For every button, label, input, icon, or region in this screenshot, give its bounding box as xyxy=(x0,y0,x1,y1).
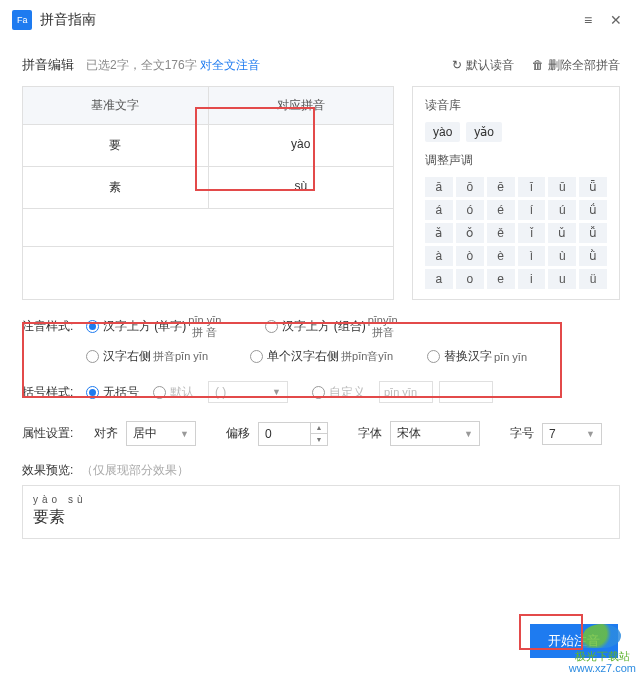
size-label: 字号 xyxy=(510,425,534,442)
tone-adjust-label: 调整声调 xyxy=(425,152,607,169)
default-reading-button[interactable]: ↻ 默认读音 xyxy=(452,57,514,74)
tone-cell[interactable]: ǐ xyxy=(518,223,546,243)
tone-cell[interactable]: ā xyxy=(425,177,453,197)
pinyin-cell[interactable]: sù xyxy=(209,167,394,208)
tone-cell[interactable]: ǎ xyxy=(425,223,453,243)
tone-cell[interactable]: á xyxy=(425,200,453,220)
annotation-style-row: 注音样式: 汉字上方 (单字) pīn yīn拼 音 汉字上方 (组合) pīn… xyxy=(22,314,620,338)
style-replace[interactable]: 替换汉字 pīn yīn xyxy=(427,348,527,365)
table-row[interactable]: 素 sù xyxy=(23,166,393,208)
bracket-default-select[interactable]: ( )▼ xyxy=(208,381,288,403)
radio-icon xyxy=(250,350,263,363)
menu-icon[interactable]: ≡ xyxy=(574,6,602,34)
tone-cell[interactable]: ü xyxy=(579,269,607,289)
tone-cell[interactable]: í xyxy=(518,200,546,220)
chevron-down-icon: ▼ xyxy=(464,429,473,439)
preview-pinyin: yào sù xyxy=(33,494,609,505)
tone-cell[interactable]: o xyxy=(456,269,484,289)
size-select[interactable]: 7▼ xyxy=(542,423,602,445)
pinyin-table: 基准文字 对应拼音 要 yào 素 sù xyxy=(22,86,394,300)
tone-cell[interactable]: ī xyxy=(518,177,546,197)
offset-input[interactable]: 0 ▲▼ xyxy=(258,422,328,446)
tone-cell[interactable]: ǒ xyxy=(456,223,484,243)
selection-status: 已选2字，全文176字 对全文注音 xyxy=(86,57,260,74)
pinyin-cell[interactable]: yào xyxy=(209,125,394,166)
bracket-style-row: 括号样式: 无括号 默认 ( )▼ 自定义 pīn yīn xyxy=(22,381,620,403)
reading-panel: 读音库 yào yǎo 调整声调 āōēīūǖ áóéíúǘ ǎǒěǐǔǚ àò… xyxy=(412,86,620,300)
annotation-style-row2: 汉字右侧 拼音pīn yīn 单个汉字右侧 拼pīn音yīn 替换汉字 pīn … xyxy=(86,348,620,365)
tone-cell[interactable]: ǔ xyxy=(548,223,576,243)
tone-cell[interactable]: ǖ xyxy=(579,177,607,197)
style-single-right[interactable]: 单个汉字右侧 拼pīn音yīn xyxy=(250,348,393,365)
reading-lib-label: 读音库 xyxy=(425,97,607,114)
tone-cell[interactable]: i xyxy=(518,269,546,289)
tone-cell[interactable]: ō xyxy=(456,177,484,197)
align-select[interactable]: 居中▼ xyxy=(126,421,196,446)
base-char-cell: 要 xyxy=(23,125,209,166)
tone-cell[interactable]: ó xyxy=(456,200,484,220)
col-header-pinyin: 对应拼音 xyxy=(209,87,394,124)
tone-cell[interactable]: ǚ xyxy=(579,223,607,243)
close-icon[interactable]: ✕ xyxy=(602,6,630,34)
tone-cell[interactable]: ě xyxy=(487,223,515,243)
empty-row xyxy=(23,208,393,246)
col-header-base: 基准文字 xyxy=(23,87,209,124)
refresh-icon: ↻ xyxy=(452,58,462,72)
preview-note: （仅展现部分效果） xyxy=(81,462,189,479)
tone-cell[interactable]: ì xyxy=(518,246,546,266)
start-annotation-button[interactable]: 开始注音 xyxy=(530,624,618,658)
tone-cell[interactable]: è xyxy=(487,246,515,266)
radio-icon xyxy=(153,386,166,399)
spinner-up-icon[interactable]: ▲ xyxy=(311,422,327,434)
spinner-down-icon[interactable]: ▼ xyxy=(311,434,327,446)
window-title: 拼音指南 xyxy=(40,11,574,29)
props-label: 属性设置: xyxy=(22,425,86,442)
empty-row xyxy=(23,246,393,284)
style-label: 注音样式: xyxy=(22,318,86,335)
offset-label: 偏移 xyxy=(226,425,250,442)
tone-cell[interactable]: ǘ xyxy=(579,200,607,220)
tone-cell[interactable]: ú xyxy=(548,200,576,220)
radio-icon xyxy=(312,386,325,399)
radio-icon xyxy=(86,350,99,363)
font-select[interactable]: 宋体▼ xyxy=(390,421,480,446)
tone-cell[interactable]: ù xyxy=(548,246,576,266)
tone-cell[interactable]: ò xyxy=(456,246,484,266)
style-right[interactable]: 汉字右侧 拼音pīn yīn xyxy=(86,348,208,365)
bracket-custom[interactable]: 自定义 xyxy=(312,384,365,401)
style-above-single[interactable]: 汉字上方 (单字) pīn yīn拼 音 xyxy=(86,314,221,338)
tone-cell[interactable]: ǜ xyxy=(579,246,607,266)
preview-label-row: 效果预览: （仅展现部分效果） xyxy=(22,462,620,479)
titlebar: Fa 拼音指南 ≡ ✕ xyxy=(0,0,642,40)
bracket-default[interactable]: 默认 xyxy=(153,384,194,401)
svg-text:Fa: Fa xyxy=(17,15,28,25)
tone-cell[interactable]: ū xyxy=(548,177,576,197)
delete-all-button[interactable]: 🗑 删除全部拼音 xyxy=(532,57,620,74)
tone-cell[interactable]: a xyxy=(425,269,453,289)
bracket-none[interactable]: 无括号 xyxy=(86,384,139,401)
tone-cell[interactable]: ē xyxy=(487,177,515,197)
preview-hanzi: 要素 xyxy=(33,507,609,528)
reading-option[interactable]: yào xyxy=(425,122,460,142)
preview-label: 效果预览: xyxy=(22,462,73,479)
bracket-custom-right[interactable] xyxy=(439,381,493,403)
align-label: 对齐 xyxy=(94,425,118,442)
chevron-down-icon: ▼ xyxy=(180,429,189,439)
tone-cell[interactable]: e xyxy=(487,269,515,289)
radio-icon xyxy=(265,320,278,333)
tone-cell[interactable]: à xyxy=(425,246,453,266)
style-above-combo[interactable]: 汉字上方 (组合) pīnyīn拼音 xyxy=(265,314,397,338)
chevron-down-icon: ▼ xyxy=(272,387,281,397)
table-row[interactable]: 要 yào xyxy=(23,124,393,166)
tone-cell[interactable]: é xyxy=(487,200,515,220)
bracket-custom-left[interactable]: pīn yīn xyxy=(379,381,433,403)
tone-cell[interactable]: u xyxy=(548,269,576,289)
top-toolbar: 拼音编辑 已选2字，全文176字 对全文注音 ↻ 默认读音 🗑 删除全部拼音 xyxy=(22,56,620,74)
reading-option[interactable]: yǎo xyxy=(466,122,502,142)
font-label: 字体 xyxy=(358,425,382,442)
annotate-all-link[interactable]: 对全文注音 xyxy=(200,58,260,72)
radio-icon xyxy=(427,350,440,363)
trash-icon: 🗑 xyxy=(532,58,544,72)
radio-icon xyxy=(86,386,99,399)
preview-box: yào sù 要素 xyxy=(22,485,620,539)
